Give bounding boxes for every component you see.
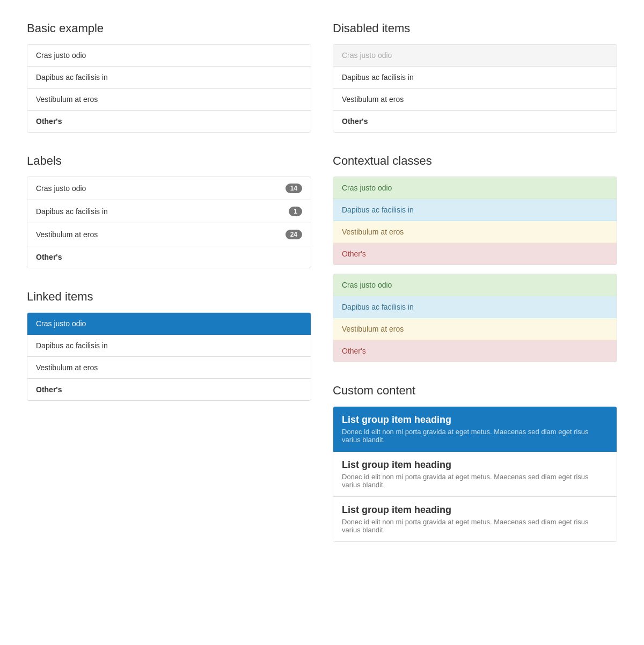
right-column: Disabled items Cras justo odio Dapibus a… — [333, 21, 617, 563]
item-text: Vestibulum at eros — [342, 95, 404, 104]
linked-item[interactable]: Vestibulum at eros — [27, 357, 311, 379]
disabled-list: Cras justo odio Dapibus ac facilisis in … — [333, 44, 617, 133]
contextual-title: Contextual classes — [333, 154, 617, 168]
badge: 24 — [286, 230, 302, 239]
custom-item[interactable]: List group item heading Donec id elit no… — [333, 497, 617, 541]
ctx-item-warning: Vestibulum at eros — [333, 318, 617, 340]
custom-item[interactable]: List group item heading Donec id elit no… — [333, 452, 617, 497]
custom-title: Custom content — [333, 384, 617, 398]
list-item: Dapibus ac facilisis in — [27, 67, 311, 89]
linked-item-active[interactable]: Cras justo odio — [27, 313, 311, 335]
linked-item[interactable]: Dapibus ac facilisis in — [27, 335, 311, 357]
item-text: Cras justo odio — [342, 184, 392, 192]
item-text: Other's — [342, 117, 368, 126]
ctx-item-warning: Vestibulum at eros — [333, 221, 617, 243]
custom-list: List group item heading Donec id elit no… — [333, 406, 617, 542]
linked-item[interactable]: Other's — [27, 379, 311, 400]
item-text: Vestibulum at eros — [36, 363, 98, 372]
labels-title: Labels — [27, 154, 311, 168]
ctx-item-info: Dapibus ac facilisis in — [333, 296, 617, 318]
item-text: Other's — [342, 250, 366, 258]
item-text: Dapibus ac facilisis in — [36, 73, 108, 82]
item-text: Cras justo odio — [36, 51, 86, 60]
item-text: Other's — [36, 253, 62, 261]
item-text: Cras justo odio — [36, 184, 86, 193]
basic-list: Cras justo odio Dapibus ac facilisis in … — [27, 44, 311, 133]
badge: 1 — [289, 207, 302, 216]
list-item: Vestibulum at eros — [333, 89, 617, 111]
contextual-list-2: Cras justo odio Dapibus ac facilisis in … — [333, 274, 617, 362]
disabled-section: Disabled items Cras justo odio Dapibus a… — [333, 21, 617, 133]
item-text: Vestibulum at eros — [342, 325, 404, 333]
linked-title: Linked items — [27, 290, 311, 304]
labels-section: Labels Cras justo odio 14 Dapibus ac fac… — [27, 154, 311, 268]
custom-item-heading: List group item heading — [342, 504, 451, 516]
list-item: Cras justo odio 14 — [27, 177, 311, 200]
ctx-item-success: Cras justo odio — [333, 177, 617, 199]
list-item-disabled: Cras justo odio — [333, 45, 617, 67]
ctx-item-danger: Other's — [333, 340, 617, 362]
list-item: Other's — [27, 246, 311, 268]
list-item: Vestibulum at eros — [27, 89, 311, 111]
custom-item-heading: List group item heading — [342, 414, 451, 426]
basic-title: Basic example — [27, 21, 311, 35]
list-item: Other's — [333, 111, 617, 132]
item-text: Cras justo odio — [342, 51, 392, 60]
left-column: Basic example Cras justo odio Dapibus ac… — [27, 21, 311, 563]
item-text: Other's — [36, 117, 62, 126]
item-text: Vestibulum at eros — [36, 95, 98, 104]
list-item: Other's — [27, 111, 311, 132]
item-text: Other's — [36, 385, 62, 394]
labels-list: Cras justo odio 14 Dapibus ac facilisis … — [27, 177, 311, 268]
ctx-item-info: Dapibus ac facilisis in — [333, 199, 617, 221]
disabled-title: Disabled items — [333, 21, 617, 35]
linked-list: Cras justo odio Dapibus ac facilisis in … — [27, 312, 311, 401]
custom-item-active[interactable]: List group item heading Donec id elit no… — [333, 407, 617, 452]
list-item: Cras justo odio — [27, 45, 311, 67]
item-text: Dapibus ac facilisis in — [342, 206, 414, 214]
item-text: Other's — [342, 347, 366, 355]
page-wrapper: Basic example Cras justo odio Dapibus ac… — [27, 21, 617, 563]
ctx-item-success: Cras justo odio — [333, 274, 617, 296]
custom-item-desc: Donec id elit non mi porta gravida at eg… — [342, 473, 608, 489]
item-text: Dapibus ac facilisis in — [36, 207, 108, 216]
custom-item-desc: Donec id elit non mi porta gravida at eg… — [342, 518, 608, 534]
custom-item-heading: List group item heading — [342, 459, 451, 471]
custom-item-desc: Donec id elit non mi porta gravida at eg… — [342, 428, 608, 444]
item-text: Vestibulum at eros — [342, 228, 404, 236]
item-text: Cras justo odio — [342, 281, 392, 289]
contextual-section: Contextual classes Cras justo odio Dapib… — [333, 154, 617, 362]
item-text: Dapibus ac facilisis in — [342, 303, 414, 311]
badge: 14 — [286, 184, 302, 193]
basic-section: Basic example Cras justo odio Dapibus ac… — [27, 21, 311, 133]
item-text: Dapibus ac facilisis in — [342, 73, 414, 82]
list-item: Vestibulum at eros 24 — [27, 223, 311, 246]
item-text: Dapibus ac facilisis in — [36, 341, 108, 350]
ctx-item-danger: Other's — [333, 243, 617, 265]
list-item: Dapibus ac facilisis in — [333, 67, 617, 89]
list-item: Dapibus ac facilisis in 1 — [27, 200, 311, 223]
custom-section: Custom content List group item heading D… — [333, 384, 617, 542]
contextual-list-1: Cras justo odio Dapibus ac facilisis in … — [333, 177, 617, 265]
item-text: Vestibulum at eros — [36, 230, 98, 239]
item-text: Cras justo odio — [36, 319, 86, 328]
linked-section: Linked items Cras justo odio Dapibus ac … — [27, 290, 311, 401]
